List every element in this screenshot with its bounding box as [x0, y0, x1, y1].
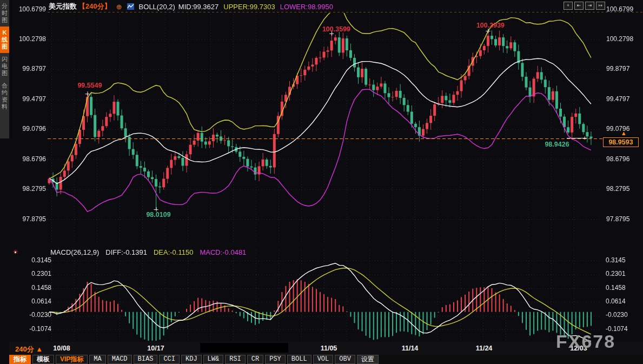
low-annotation: 98.0109	[134, 211, 183, 219]
chart-type-icon[interactable]	[127, 3, 134, 10]
watermark: FX678	[556, 331, 615, 352]
blackout-box	[200, 343, 288, 353]
boll-indicator-label: BOLL(20,2)	[139, 3, 175, 11]
boll-mid-value: MID:99.3627	[178, 3, 218, 11]
price-tick-right: 98.6796	[606, 155, 643, 163]
boll-upper-value: UPPER:99.7303	[223, 3, 275, 11]
macd-tick-left: 0.3145	[14, 256, 51, 264]
expand-icon[interactable]: ⊕	[116, 3, 122, 11]
macd-tick-right: 0.0614	[606, 297, 643, 305]
price-tick-right: 98.2795	[606, 185, 643, 193]
scale-right-icon[interactable]: ⇥	[585, 2, 594, 10]
period-tag: 【240分】	[78, 2, 111, 11]
time-axis-row: 240分 ▲ 10/08 10/17 11/05 11/14 11/24 12/…	[9, 342, 643, 355]
crosshair-tool-icon[interactable]: +	[564, 2, 573, 10]
candlestick-macd-chart-canvas[interactable]	[0, 0, 643, 364]
price-tick-right: 97.8795	[606, 215, 643, 223]
price-tick-left: 100.2798	[8, 35, 46, 43]
indicator-button-boll[interactable]: BOLL	[287, 355, 311, 364]
last-price-box: 98.9593	[603, 137, 639, 147]
sidebar-item-flash-chart[interactable]: 闪电图	[0, 53, 9, 80]
price-tick-right: 100.2798	[606, 35, 643, 43]
macd-tick-right: 0.2301	[606, 270, 643, 277]
period-selector[interactable]: 240分 ▲	[15, 345, 43, 354]
indicator-button-psy[interactable]: PSY	[265, 355, 286, 364]
pan-right-icon[interactable]: ↦	[596, 2, 605, 10]
macd-tick-left: -0.0230	[14, 311, 51, 319]
sidebar-item-contract-info[interactable]: 合约资料	[0, 80, 9, 113]
high-annotation: 100.3599	[312, 25, 361, 33]
macd-indicator-label: MACD(26,12,9)	[50, 248, 99, 256]
indicator-button-obv[interactable]: OBV	[335, 355, 355, 364]
high-annotation: 100.3939	[466, 22, 515, 29]
sidebar-item-time-chart[interactable]: 分时图	[0, 0, 9, 27]
time-tick: 10/17	[144, 345, 168, 352]
indicator-button-kdj[interactable]: KDJ	[181, 355, 202, 364]
price-tick-left: 99.4797	[8, 95, 46, 103]
low-annotation: 98.9426	[533, 141, 581, 148]
macd-value: MACD:-0.0481	[200, 248, 246, 256]
macd-diff-value: DIFF:-0.1391	[105, 248, 147, 256]
indicator-button-ma[interactable]: MA	[89, 355, 105, 364]
indicator-button-vol[interactable]: VOL	[313, 355, 334, 364]
symbol-title: 美元指数	[49, 2, 77, 11]
trading-app-window: 分时图 K线图 闪电图 合约资料 美元指数 【240分】 ⊕ BOLL(20,2…	[0, 0, 643, 364]
scale-left-icon[interactable]: ⇤	[574, 2, 584, 10]
price-tick-right: 99.8797	[606, 65, 643, 72]
crosshair-cursor-icon: +	[583, 135, 586, 141]
price-tick-left: 98.6796	[8, 155, 46, 163]
time-tick: 11/05	[317, 345, 341, 352]
time-tick: 11/24	[472, 345, 496, 352]
indicator-marker-icon[interactable]: ✳	[12, 249, 19, 256]
indicator-button-lwr[interactable]: LW&	[203, 355, 224, 364]
price-tick-left: 97.8795	[8, 215, 46, 223]
indicator-toolbar: 指标 模板 VIP指标 MA MACD BIAS CCI KDJ LW& RSI…	[9, 355, 643, 364]
indicator-button-cci[interactable]: CCI	[159, 355, 180, 364]
price-tick-right: 99.4797	[606, 95, 643, 103]
high-annotation: 99.5549	[65, 82, 114, 89]
macd-tick-right: -0.0230	[606, 311, 643, 319]
price-tick-left: 98.2795	[8, 185, 46, 193]
indicator-button-macd[interactable]: MACD	[108, 355, 132, 364]
macd-tick-left: 0.1458	[14, 284, 51, 292]
indicator-button-rsi[interactable]: RSI	[225, 355, 246, 364]
vip-indicators-button[interactable]: VIP指标	[56, 355, 88, 364]
sidebar-item-kline-chart[interactable]: K线图	[0, 27, 9, 53]
chart-header: 美元指数 【240分】 ⊕ BOLL(20,2) MID:99.3627 UPP…	[49, 2, 333, 11]
price-tick-right: 100.6799	[606, 5, 643, 13]
macd-tick-left: 0.2301	[14, 270, 51, 277]
macd-tick-right: 0.3145	[606, 256, 643, 264]
macd-dea-value: DEA:-0.1150	[154, 248, 193, 256]
tab-templates[interactable]: 模板	[32, 355, 54, 364]
left-sidebar: 分时图 K线图 闪电图 合约资料	[0, 0, 9, 138]
macd-tick-right: 0.1458	[606, 284, 643, 292]
price-tick-left: 100.6799	[8, 5, 46, 13]
time-tick: 10/08	[50, 345, 74, 352]
tab-indicators[interactable]: 指标	[9, 355, 31, 364]
boll-lower-value: LOWER:98.9950	[280, 3, 333, 11]
price-up-arrow-icon: ▲	[621, 130, 627, 136]
macd-tick-left: 0.0614	[14, 297, 51, 305]
price-tick-left: 99.8797	[8, 65, 46, 72]
price-tick-left: 99.0796	[8, 125, 46, 133]
settings-button[interactable]: 设置	[357, 355, 379, 364]
time-tick: 11/14	[398, 345, 422, 352]
chart-tools-group: + ⇤ ⇥ ↦	[564, 2, 605, 10]
macd-header: MACD(26,12,9) DIFF:-0.1391 DEA:-0.1150 M…	[50, 248, 246, 256]
indicator-button-cr[interactable]: CR	[247, 355, 263, 364]
macd-tick-left: -0.1074	[14, 325, 51, 333]
indicator-button-bias[interactable]: BIAS	[134, 355, 158, 364]
